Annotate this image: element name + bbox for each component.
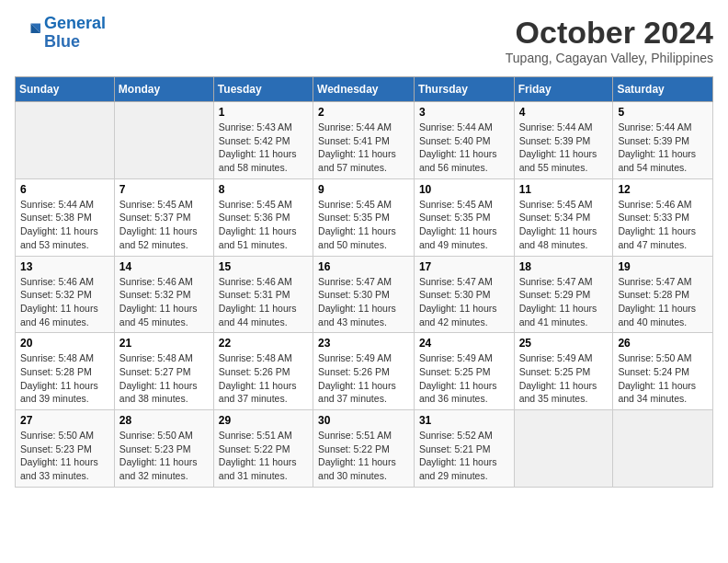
day-details: Sunrise: 5:49 AMSunset: 5:25 PMDaylight:…: [519, 351, 609, 406]
day-details: Sunrise: 5:52 AMSunset: 5:21 PMDaylight:…: [419, 429, 509, 483]
day-details: Sunrise: 5:48 AMSunset: 5:26 PMDaylight:…: [219, 351, 308, 406]
page-header: General Blue October 2024 Tupang, Cagaya…: [15, 15, 713, 65]
col-thursday: Thursday: [414, 77, 514, 102]
day-number: 29: [219, 414, 308, 427]
day-details: Sunrise: 5:45 AMSunset: 5:34 PMDaylight:…: [519, 198, 609, 252]
calendar-cell: 13Sunrise: 5:46 AMSunset: 5:32 PMDayligh…: [16, 256, 115, 333]
day-details: Sunrise: 5:44 AMSunset: 5:38 PMDaylight:…: [20, 198, 109, 252]
day-number: 6: [20, 183, 109, 196]
logo-icon: [15, 20, 40, 46]
calendar-cell: 14Sunrise: 5:46 AMSunset: 5:32 PMDayligh…: [114, 256, 213, 333]
day-details: Sunrise: 5:46 AMSunset: 5:31 PMDaylight:…: [219, 275, 308, 329]
day-details: Sunrise: 5:45 AMSunset: 5:35 PMDaylight:…: [419, 198, 509, 252]
calendar-cell: 3Sunrise: 5:44 AMSunset: 5:40 PMDaylight…: [414, 102, 514, 179]
calendar-cell: 8Sunrise: 5:45 AMSunset: 5:36 PMDaylight…: [213, 178, 313, 256]
calendar-cell: 23Sunrise: 5:49 AMSunset: 5:26 PMDayligh…: [313, 333, 415, 410]
day-details: Sunrise: 5:49 AMSunset: 5:25 PMDaylight:…: [419, 351, 509, 406]
calendar-cell: 11Sunrise: 5:45 AMSunset: 5:34 PMDayligh…: [514, 178, 613, 256]
day-number: 9: [318, 183, 409, 196]
day-number: 27: [20, 414, 109, 427]
calendar-cell: 29Sunrise: 5:51 AMSunset: 5:22 PMDayligh…: [213, 410, 313, 488]
day-details: Sunrise: 5:45 AMSunset: 5:37 PMDaylight:…: [119, 198, 209, 252]
calendar-cell: 19Sunrise: 5:47 AMSunset: 5:28 PMDayligh…: [613, 256, 713, 333]
logo: General Blue: [15, 15, 106, 52]
calendar-cell: 27Sunrise: 5:50 AMSunset: 5:23 PMDayligh…: [16, 410, 115, 488]
month-title: October 2024: [506, 15, 713, 51]
col-tuesday: Tuesday: [213, 77, 313, 102]
day-number: 23: [318, 337, 409, 350]
calendar-cell: 28Sunrise: 5:50 AMSunset: 5:23 PMDayligh…: [114, 410, 213, 488]
day-number: 11: [519, 183, 609, 196]
day-number: 31: [419, 414, 509, 427]
calendar-week-3: 13Sunrise: 5:46 AMSunset: 5:32 PMDayligh…: [16, 256, 713, 333]
calendar-table: Sunday Monday Tuesday Wednesday Thursday…: [15, 76, 713, 488]
day-details: Sunrise: 5:47 AMSunset: 5:29 PMDaylight:…: [519, 275, 609, 329]
day-number: 2: [318, 106, 409, 119]
day-number: 10: [419, 183, 509, 196]
day-details: Sunrise: 5:43 AMSunset: 5:42 PMDaylight:…: [219, 121, 308, 175]
calendar-cell: [613, 410, 713, 488]
col-saturday: Saturday: [613, 77, 713, 102]
calendar-cell: 4Sunrise: 5:44 AMSunset: 5:39 PMDaylight…: [514, 102, 613, 179]
calendar-week-1: 1Sunrise: 5:43 AMSunset: 5:42 PMDaylight…: [16, 102, 713, 179]
calendar-cell: 9Sunrise: 5:45 AMSunset: 5:35 PMDaylight…: [313, 178, 415, 256]
day-number: 24: [419, 337, 509, 350]
calendar-cell: 22Sunrise: 5:48 AMSunset: 5:26 PMDayligh…: [213, 333, 313, 410]
day-details: Sunrise: 5:44 AMSunset: 5:40 PMDaylight:…: [419, 121, 509, 175]
day-details: Sunrise: 5:45 AMSunset: 5:35 PMDaylight:…: [318, 198, 409, 252]
day-details: Sunrise: 5:44 AMSunset: 5:39 PMDaylight:…: [519, 121, 609, 175]
calendar-cell: [514, 410, 613, 488]
day-details: Sunrise: 5:47 AMSunset: 5:30 PMDaylight:…: [419, 275, 509, 329]
calendar-cell: 26Sunrise: 5:50 AMSunset: 5:24 PMDayligh…: [613, 333, 713, 410]
day-number: 5: [618, 106, 708, 119]
calendar-cell: 25Sunrise: 5:49 AMSunset: 5:25 PMDayligh…: [514, 333, 613, 410]
day-number: 3: [419, 106, 509, 119]
day-number: 26: [618, 337, 708, 350]
day-details: Sunrise: 5:49 AMSunset: 5:26 PMDaylight:…: [318, 351, 409, 406]
day-number: 12: [618, 183, 708, 196]
col-wednesday: Wednesday: [313, 77, 415, 102]
day-number: 25: [519, 337, 609, 350]
day-number: 18: [519, 260, 609, 273]
logo-text: General Blue: [44, 15, 106, 52]
calendar-cell: 24Sunrise: 5:49 AMSunset: 5:25 PMDayligh…: [414, 333, 514, 410]
location-subtitle: Tupang, Cagayan Valley, Philippines: [506, 51, 713, 65]
day-number: 16: [318, 260, 409, 273]
day-number: 19: [618, 260, 708, 273]
calendar-cell: 30Sunrise: 5:51 AMSunset: 5:22 PMDayligh…: [313, 410, 415, 488]
day-details: Sunrise: 5:46 AMSunset: 5:33 PMDaylight:…: [618, 198, 708, 252]
calendar-cell: 18Sunrise: 5:47 AMSunset: 5:29 PMDayligh…: [514, 256, 613, 333]
day-details: Sunrise: 5:44 AMSunset: 5:41 PMDaylight:…: [318, 121, 409, 175]
day-details: Sunrise: 5:46 AMSunset: 5:32 PMDaylight:…: [119, 275, 209, 329]
day-details: Sunrise: 5:45 AMSunset: 5:36 PMDaylight:…: [219, 198, 308, 252]
day-number: 14: [119, 260, 209, 273]
day-number: 15: [219, 260, 308, 273]
calendar-cell: 2Sunrise: 5:44 AMSunset: 5:41 PMDaylight…: [313, 102, 415, 179]
day-details: Sunrise: 5:50 AMSunset: 5:24 PMDaylight:…: [618, 351, 708, 406]
day-number: 8: [219, 183, 308, 196]
calendar-cell: 16Sunrise: 5:47 AMSunset: 5:30 PMDayligh…: [313, 256, 415, 333]
calendar-cell: 31Sunrise: 5:52 AMSunset: 5:21 PMDayligh…: [414, 410, 514, 488]
title-block: October 2024 Tupang, Cagayan Valley, Phi…: [506, 15, 713, 65]
day-details: Sunrise: 5:51 AMSunset: 5:22 PMDaylight:…: [318, 429, 409, 483]
day-details: Sunrise: 5:46 AMSunset: 5:32 PMDaylight:…: [20, 275, 109, 329]
calendar-cell: 5Sunrise: 5:44 AMSunset: 5:39 PMDaylight…: [613, 102, 713, 179]
day-details: Sunrise: 5:47 AMSunset: 5:30 PMDaylight:…: [318, 275, 409, 329]
calendar-cell: 12Sunrise: 5:46 AMSunset: 5:33 PMDayligh…: [613, 178, 713, 256]
calendar-week-2: 6Sunrise: 5:44 AMSunset: 5:38 PMDaylight…: [16, 178, 713, 256]
day-details: Sunrise: 5:51 AMSunset: 5:22 PMDaylight:…: [219, 429, 308, 483]
day-number: 1: [219, 106, 308, 119]
day-number: 17: [419, 260, 509, 273]
calendar-cell: 6Sunrise: 5:44 AMSunset: 5:38 PMDaylight…: [16, 178, 115, 256]
day-number: 13: [20, 260, 109, 273]
calendar-week-4: 20Sunrise: 5:48 AMSunset: 5:28 PMDayligh…: [16, 333, 713, 410]
day-details: Sunrise: 5:48 AMSunset: 5:27 PMDaylight:…: [119, 351, 209, 406]
day-number: 28: [119, 414, 209, 427]
calendar-cell: 1Sunrise: 5:43 AMSunset: 5:42 PMDaylight…: [213, 102, 313, 179]
day-details: Sunrise: 5:44 AMSunset: 5:39 PMDaylight:…: [618, 121, 708, 175]
day-number: 22: [219, 337, 308, 350]
day-number: 20: [20, 337, 109, 350]
day-details: Sunrise: 5:48 AMSunset: 5:28 PMDaylight:…: [20, 351, 109, 406]
day-details: Sunrise: 5:50 AMSunset: 5:23 PMDaylight:…: [20, 429, 109, 483]
day-number: 7: [119, 183, 209, 196]
